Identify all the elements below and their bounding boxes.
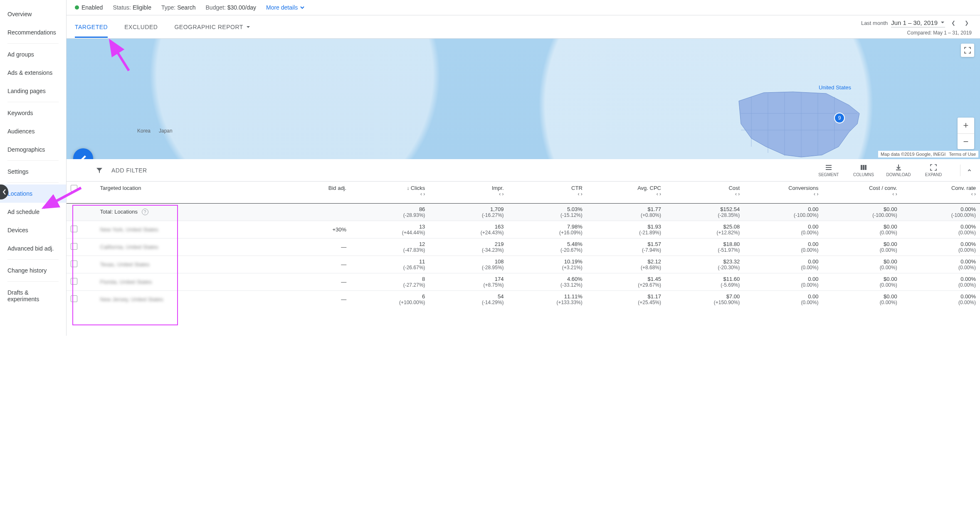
col-header-bid[interactable]: Bid adj. [251, 182, 351, 203]
sidebar: OverviewRecommendationsAd groupsAds & ex… [0, 0, 67, 336]
date-compared-label: Compared: May 1 – 31, 2019 [861, 30, 972, 36]
map-attribution: Map data ©2019 Google, INEGI Terms of Us… [878, 151, 978, 157]
col-header-cost-conv[interactable]: Cost / conv.‹ › [822, 182, 901, 203]
zoom-out-button[interactable]: − [958, 133, 974, 149]
sidebar-item-recommendations[interactable]: Recommendations [0, 23, 66, 42]
date-preset-label: Last month [861, 20, 888, 26]
sidebar-item-demographics[interactable]: Demographics [0, 140, 66, 159]
main: Enabled Status: Eligible Type: Search Bu… [67, 0, 980, 336]
svg-rect-8 [861, 165, 862, 170]
col-header-conv[interactable]: Conversions‹ › [744, 182, 822, 203]
edit-fab-button[interactable] [73, 148, 93, 159]
sidebar-item-overview[interactable]: Overview [0, 5, 66, 23]
col-header-clicks[interactable]: ↓ Clicks‹ › [351, 182, 429, 203]
help-icon[interactable]: ? [142, 209, 148, 215]
collapse-panel-button[interactable] [960, 165, 972, 176]
location-name: New York, United States [100, 226, 158, 233]
map-label-korea: Korea [137, 128, 151, 134]
date-range-picker[interactable]: Jun 1 – 30, 2019 [891, 19, 945, 27]
status-bar: Enabled Status: Eligible Type: Search Bu… [67, 0, 980, 15]
svg-rect-9 [863, 165, 864, 170]
cell-bid[interactable]: — [251, 256, 351, 273]
row-checkbox[interactable] [71, 278, 77, 285]
cell-bid[interactable]: +30% [251, 221, 351, 238]
total-label: Total: Locations ? [96, 203, 251, 221]
budget-value: $30.00/day [227, 4, 256, 11]
col-header-conv-rate[interactable]: Conv. rate‹ › [901, 182, 980, 203]
col-header-cost[interactable]: Cost‹ › [665, 182, 744, 203]
row-checkbox[interactable] [71, 226, 77, 232]
table-toolbar: ADD FILTER SEGMENT COLUMNS DOWNLOAD EXPA… [67, 159, 980, 182]
sidebar-item-settings[interactable]: Settings [0, 162, 66, 181]
sidebar-item-audiences[interactable]: Audiences [0, 122, 66, 140]
segment-button[interactable]: SEGMENT [817, 163, 840, 177]
sidebar-item-advanced-bid-adj-[interactable]: Advanced bid adj. [0, 239, 66, 258]
table-row[interactable]: New Jersey, United States—6(+100.00%)54(… [67, 290, 980, 308]
sidebar-item-ad-groups[interactable]: Ad groups [0, 45, 66, 64]
sidebar-item-keywords[interactable]: Keywords [0, 104, 66, 122]
cell-bid[interactable]: — [251, 290, 351, 308]
map[interactable]: Korea Japan United States 9 + − Map data… [67, 39, 980, 159]
sidebar-item-devices[interactable]: Devices [0, 221, 66, 239]
col-header-cpc[interactable]: Avg. CPC‹ › [587, 182, 665, 203]
add-filter-button[interactable]: ADD FILTER [111, 167, 147, 174]
map-terms-link[interactable]: Terms of Use [949, 152, 976, 157]
chevron-down-icon [299, 5, 305, 10]
location-name: Florida, United States [100, 279, 152, 285]
row-checkbox[interactable] [71, 295, 77, 302]
status-label: Status: [113, 4, 131, 11]
segment-icon [824, 163, 833, 172]
more-details-link[interactable]: More details [266, 4, 305, 11]
row-checkbox[interactable] [71, 261, 77, 267]
sidebar-item-ad-schedule[interactable]: Ad schedule [0, 203, 66, 221]
sidebar-item-drafts-experiments[interactable]: Drafts & experiments [0, 283, 66, 308]
select-all-checkbox[interactable] [71, 185, 77, 192]
enabled-label: Enabled [81, 4, 103, 11]
caret-down-icon [940, 20, 945, 25]
columns-icon [859, 163, 868, 172]
expand-button[interactable]: EXPAND [922, 163, 945, 177]
tab-geographic-report[interactable]: GEOGRAPHIC REPORT [174, 16, 250, 38]
download-button[interactable]: DOWNLOAD [887, 163, 910, 177]
expand-icon [929, 163, 938, 172]
table-row[interactable]: Florida, United States—8(-27.27%)174(+8.… [67, 273, 980, 290]
budget-label: Budget: [206, 4, 226, 11]
status-value: Eligible [133, 4, 151, 11]
sidebar-item-ads-extensions[interactable]: Ads & extensions [0, 64, 66, 82]
sidebar-item-change-history[interactable]: Change history [0, 261, 66, 280]
chevron-up-icon [967, 167, 972, 173]
sidebar-item-locations[interactable]: Locations [0, 184, 66, 203]
tab-excluded[interactable]: EXCLUDED [124, 16, 158, 38]
map-fullscreen-button[interactable] [961, 44, 974, 57]
col-header-location[interactable]: Targeted location [96, 182, 251, 203]
date-prev-button[interactable] [948, 18, 958, 28]
date-next-button[interactable] [962, 18, 972, 28]
columns-button[interactable]: COLUMNS [852, 163, 875, 177]
svg-rect-10 [865, 165, 866, 170]
map-zoom-controls: + − [958, 118, 974, 149]
col-header-ctr[interactable]: CTR‹ › [508, 182, 587, 203]
cell-bid[interactable]: — [251, 238, 351, 256]
table-row[interactable]: Texas, United States—11(-26.67%)108(-28.… [67, 256, 980, 273]
table-row[interactable]: New York, United States+30%13(+44.44%)16… [67, 221, 980, 238]
locations-table-wrap: Targeted location Bid adj. ↓ Clicks‹ › I… [67, 182, 980, 336]
tab-bar: TARGETED EXCLUDED GEOGRAPHIC REPORT Last… [67, 15, 980, 39]
table-row[interactable]: California, United States—12(-47.83%)219… [67, 238, 980, 256]
location-name: Texas, United States [100, 261, 150, 268]
fullscreen-icon [964, 47, 971, 54]
map-cluster-bubble[interactable]: 9 [834, 113, 845, 123]
type-value: Search [177, 4, 195, 11]
zoom-in-button[interactable]: + [958, 118, 974, 133]
row-checkbox[interactable] [71, 243, 77, 250]
sidebar-item-landing-pages[interactable]: Landing pages [0, 82, 66, 100]
date-range-area: Last month Jun 1 – 30, 2019 Compared: Ma… [861, 18, 972, 36]
filter-icon[interactable] [96, 167, 103, 174]
col-header-impr[interactable]: Impr.‹ › [429, 182, 508, 203]
map-label-japan: Japan [159, 128, 173, 134]
tab-targeted[interactable]: TARGETED [75, 16, 108, 38]
map-us-shape [735, 84, 872, 159]
status-dot-icon [75, 5, 79, 10]
cell-bid[interactable]: — [251, 273, 351, 290]
location-name: New Jersey, United States [100, 296, 163, 302]
caret-down-icon [246, 25, 251, 29]
